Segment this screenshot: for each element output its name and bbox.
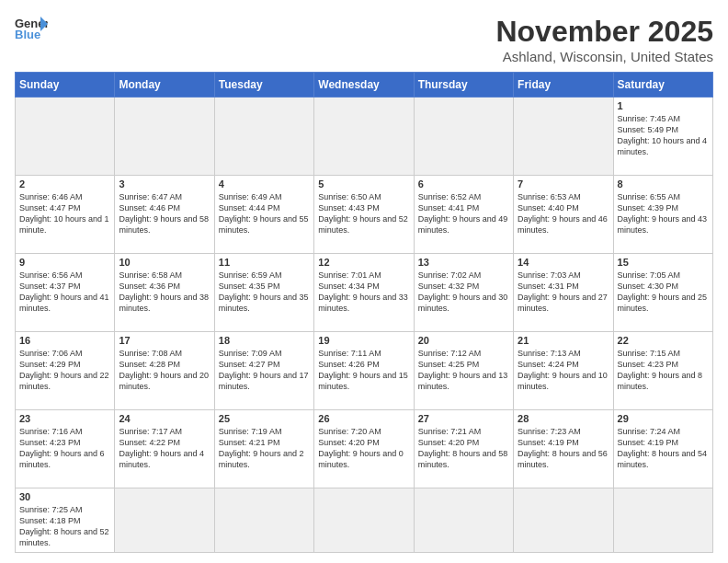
location-subtitle: Ashland, Wisconsin, United States [495,49,713,64]
calendar-day-cell [115,98,214,176]
day-number: 27 [418,413,509,424]
day-info: Sunrise: 6:55 AM Sunset: 4:39 PM Dayligh… [618,191,709,236]
calendar-table: SundayMondayTuesdayWednesdayThursdayFrid… [15,72,713,553]
calendar-day-cell: 21Sunrise: 7:13 AM Sunset: 4:24 PM Dayli… [514,332,613,410]
day-info: Sunrise: 6:56 AM Sunset: 4:37 PM Dayligh… [19,270,110,315]
day-number: 4 [219,178,310,190]
day-number: 5 [318,178,409,190]
day-number: 7 [518,178,609,190]
day-info: Sunrise: 7:45 AM Sunset: 5:49 PM Dayligh… [618,113,709,158]
day-info: Sunrise: 6:53 AM Sunset: 4:40 PM Dayligh… [518,191,609,236]
calendar-day-cell: 19Sunrise: 7:11 AM Sunset: 4:26 PM Dayli… [314,332,414,410]
day-info: Sunrise: 6:47 AM Sunset: 4:46 PM Dayligh… [119,191,210,236]
day-info: Sunrise: 7:24 AM Sunset: 4:19 PM Dayligh… [618,426,709,471]
calendar-day-cell: 6Sunrise: 6:52 AM Sunset: 4:41 PM Daylig… [414,176,513,254]
calendar-day-cell [414,488,513,553]
calendar-day-cell: 15Sunrise: 7:05 AM Sunset: 4:30 PM Dayli… [613,254,712,332]
calendar-day-cell: 14Sunrise: 7:03 AM Sunset: 4:31 PM Dayli… [514,254,613,332]
weekday-header: Thursday [414,73,513,98]
day-number: 15 [618,257,709,268]
month-year-title: November 2025 [495,15,713,49]
calendar-day-cell: 28Sunrise: 7:23 AM Sunset: 4:19 PM Dayli… [514,410,613,488]
day-number: 17 [119,335,210,346]
calendar-day-cell: 11Sunrise: 6:59 AM Sunset: 4:35 PM Dayli… [214,254,313,332]
weekday-header: Friday [514,73,613,98]
weekday-header: Wednesday [314,73,414,98]
weekday-header: Tuesday [214,73,313,98]
calendar-day-cell [314,488,414,553]
day-number: 18 [219,335,310,346]
day-info: Sunrise: 7:06 AM Sunset: 4:29 PM Dayligh… [19,348,110,393]
calendar-day-cell: 30Sunrise: 7:25 AM Sunset: 4:18 PM Dayli… [16,488,115,553]
calendar-week-row: 30Sunrise: 7:25 AM Sunset: 4:18 PM Dayli… [16,488,713,553]
calendar-day-cell: 23Sunrise: 7:16 AM Sunset: 4:23 PM Dayli… [16,410,115,488]
calendar-day-cell [115,488,214,553]
day-number: 28 [518,413,609,424]
day-number: 9 [19,257,110,268]
calendar-day-cell [514,98,613,176]
day-info: Sunrise: 6:49 AM Sunset: 4:44 PM Dayligh… [219,191,310,236]
day-number: 29 [618,413,709,424]
day-info: Sunrise: 7:11 AM Sunset: 4:26 PM Dayligh… [318,348,409,393]
day-info: Sunrise: 7:08 AM Sunset: 4:28 PM Dayligh… [119,348,210,393]
day-number: 1 [618,100,709,111]
day-info: Sunrise: 6:50 AM Sunset: 4:43 PM Dayligh… [318,191,409,236]
calendar-day-cell: 4Sunrise: 6:49 AM Sunset: 4:44 PM Daylig… [214,176,313,254]
day-number: 6 [418,178,509,190]
day-info: Sunrise: 7:25 AM Sunset: 4:18 PM Dayligh… [19,504,110,549]
calendar-day-cell: 5Sunrise: 6:50 AM Sunset: 4:43 PM Daylig… [314,176,414,254]
day-info: Sunrise: 6:46 AM Sunset: 4:47 PM Dayligh… [19,191,110,236]
calendar-day-cell [514,488,613,553]
day-number: 19 [318,335,409,346]
day-number: 10 [119,257,210,268]
day-info: Sunrise: 7:05 AM Sunset: 4:30 PM Dayligh… [618,270,709,315]
calendar-day-cell: 29Sunrise: 7:24 AM Sunset: 4:19 PM Dayli… [613,410,712,488]
calendar-day-cell: 12Sunrise: 7:01 AM Sunset: 4:34 PM Dayli… [314,254,414,332]
day-info: Sunrise: 7:21 AM Sunset: 4:20 PM Dayligh… [418,426,509,471]
day-number: 24 [119,413,210,424]
svg-text:Blue: Blue [15,28,40,40]
day-info: Sunrise: 7:12 AM Sunset: 4:25 PM Dayligh… [418,348,509,393]
day-number: 11 [219,257,310,268]
day-number: 14 [518,257,609,268]
day-number: 8 [618,178,709,190]
day-info: Sunrise: 7:02 AM Sunset: 4:32 PM Dayligh… [418,270,509,315]
calendar-day-cell: 10Sunrise: 6:58 AM Sunset: 4:36 PM Dayli… [115,254,214,332]
calendar-day-cell: 17Sunrise: 7:08 AM Sunset: 4:28 PM Dayli… [115,332,214,410]
day-info: Sunrise: 7:17 AM Sunset: 4:22 PM Dayligh… [119,426,210,471]
calendar-week-row: 1Sunrise: 7:45 AM Sunset: 5:49 PM Daylig… [16,98,713,176]
calendar-week-row: 9Sunrise: 6:56 AM Sunset: 4:37 PM Daylig… [16,254,713,332]
calendar-day-cell [214,98,313,176]
calendar-week-row: 16Sunrise: 7:06 AM Sunset: 4:29 PM Dayli… [16,332,713,410]
day-number: 16 [19,335,110,346]
calendar-day-cell: 25Sunrise: 7:19 AM Sunset: 4:21 PM Dayli… [214,410,313,488]
day-info: Sunrise: 7:16 AM Sunset: 4:23 PM Dayligh… [19,426,110,471]
calendar-day-cell: 13Sunrise: 7:02 AM Sunset: 4:32 PM Dayli… [414,254,513,332]
day-info: Sunrise: 7:09 AM Sunset: 4:27 PM Dayligh… [219,348,310,393]
day-info: Sunrise: 7:20 AM Sunset: 4:20 PM Dayligh… [318,426,409,471]
calendar-day-cell: 27Sunrise: 7:21 AM Sunset: 4:20 PM Dayli… [414,410,513,488]
calendar-day-cell [314,98,414,176]
logo: General Blue [15,15,48,40]
calendar-day-cell: 24Sunrise: 7:17 AM Sunset: 4:22 PM Dayli… [115,410,214,488]
day-info: Sunrise: 7:01 AM Sunset: 4:34 PM Dayligh… [318,270,409,315]
day-info: Sunrise: 6:52 AM Sunset: 4:41 PM Dayligh… [418,191,509,236]
calendar-day-cell: 2Sunrise: 6:46 AM Sunset: 4:47 PM Daylig… [16,176,115,254]
calendar-week-row: 2Sunrise: 6:46 AM Sunset: 4:47 PM Daylig… [16,176,713,254]
calendar-day-cell: 3Sunrise: 6:47 AM Sunset: 4:46 PM Daylig… [115,176,214,254]
calendar-day-cell: 7Sunrise: 6:53 AM Sunset: 4:40 PM Daylig… [514,176,613,254]
calendar-day-cell: 20Sunrise: 7:12 AM Sunset: 4:25 PM Dayli… [414,332,513,410]
calendar-day-cell: 18Sunrise: 7:09 AM Sunset: 4:27 PM Dayli… [214,332,313,410]
day-info: Sunrise: 7:19 AM Sunset: 4:21 PM Dayligh… [219,426,310,471]
day-info: Sunrise: 6:59 AM Sunset: 4:35 PM Dayligh… [219,270,310,315]
calendar-day-cell [613,488,712,553]
calendar-day-cell [214,488,313,553]
calendar-day-cell [16,98,115,176]
day-number: 3 [119,178,210,190]
day-info: Sunrise: 7:13 AM Sunset: 4:24 PM Dayligh… [518,348,609,393]
day-number: 21 [518,335,609,346]
day-number: 23 [19,413,110,424]
calendar-day-cell: 1Sunrise: 7:45 AM Sunset: 5:49 PM Daylig… [613,98,712,176]
calendar-day-cell: 16Sunrise: 7:06 AM Sunset: 4:29 PM Dayli… [16,332,115,410]
day-info: Sunrise: 6:58 AM Sunset: 4:36 PM Dayligh… [119,270,210,315]
